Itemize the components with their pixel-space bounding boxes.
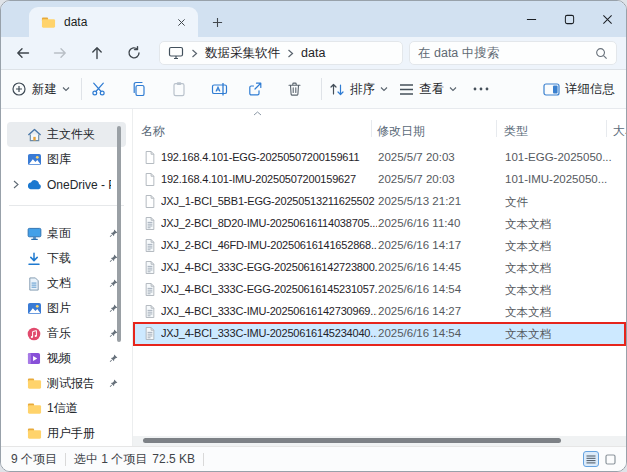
document-icon [25, 277, 43, 291]
sidebar-item-desktop[interactable]: 桌面 [7, 221, 126, 246]
sidebar-item-label: 1信道 [47, 400, 78, 417]
minimize-button[interactable] [512, 1, 550, 37]
sidebar-item-user-manual[interactable]: 用户手册 [7, 421, 126, 446]
file-row[interactable]: JXJ_4-BCI_333C-EGG-20250616142723800....… [134, 257, 625, 279]
search-icon [595, 47, 608, 60]
maximize-button[interactable] [550, 1, 588, 37]
this-pc-icon [168, 46, 184, 60]
scissors-icon [91, 81, 107, 97]
text-file-icon [144, 260, 156, 275]
selection-count: 选中 1 个项目 [74, 451, 147, 468]
file-row[interactable]: JXJ_4-BCI_333C-IMU-20250616142730969....… [134, 301, 625, 323]
delete-button[interactable] [278, 73, 310, 105]
sidebar-item-onedrive[interactable]: OneDrive - Per [7, 172, 126, 197]
sidebar-item-gallery[interactable]: 图库 [7, 147, 126, 172]
file-row[interactable]: JXJ_2-BCI_46FD-IMU-20250616141652868....… [134, 235, 625, 257]
breadcrumb-item-data[interactable]: data [301, 46, 325, 60]
horizontal-scrollbar-thumb[interactable] [143, 438, 561, 443]
icons-view-toggle[interactable] [602, 451, 618, 467]
sidebar-item-music[interactable]: 音乐 [7, 321, 126, 346]
sidebar-item-label: 桌面 [47, 225, 71, 242]
toolbar-divider [321, 78, 322, 100]
text-file-icon [144, 304, 156, 319]
refresh-button[interactable] [121, 40, 147, 66]
status-divider [203, 453, 204, 466]
column-divider[interactable] [606, 120, 607, 137]
column-header-size[interactable]: 大小 [613, 123, 627, 140]
file-row[interactable]: JXJ_4-BCI_333C-EGG-20250616145231057....… [134, 279, 625, 301]
file-row[interactable]: JXJ_1-BCI_5BB1-EGG-20250513211625502 202… [134, 191, 625, 213]
up-button[interactable] [84, 40, 110, 66]
sidebar-item-test-reports[interactable]: 测试报告 [7, 371, 126, 396]
onedrive-cloud-icon [25, 179, 43, 190]
search-box[interactable] [409, 41, 617, 65]
details-view-icon [586, 455, 596, 464]
sidebar-divider [9, 205, 124, 206]
details-pane-button[interactable]: 详细信息 [543, 70, 615, 108]
more-dots-icon [473, 87, 489, 91]
new-tab-button[interactable] [205, 10, 229, 34]
expand-chevron-icon[interactable] [9, 180, 23, 189]
column-header-type[interactable]: 类型 [504, 123, 528, 140]
home-icon [25, 128, 43, 142]
rename-button[interactable] [203, 73, 235, 105]
horizontal-scrollbar[interactable] [133, 436, 626, 446]
sidebar-item-videos[interactable]: 视频 [7, 346, 126, 371]
plus-circle-icon [11, 81, 27, 97]
column-header-name[interactable]: 名称 [141, 123, 165, 140]
search-input[interactable] [418, 46, 595, 60]
sidebar: 主文件夹 图库 OneDrive - Per [1, 109, 132, 446]
sidebar-item-pictures[interactable]: 图片 [7, 296, 126, 321]
view-toggles [583, 451, 618, 467]
folder-icon [25, 402, 43, 415]
list-header: 名称 修改日期 类型 大小 [133, 109, 626, 147]
tab-data[interactable]: data [29, 7, 198, 37]
sidebar-item-documents[interactable]: 文档 [7, 271, 126, 296]
window-controls [512, 1, 626, 37]
sidebar-item-home[interactable]: 主文件夹 [7, 122, 126, 147]
close-button[interactable] [588, 1, 626, 37]
details-panel-icon [543, 82, 560, 97]
copy-icon [131, 81, 147, 97]
address-bar[interactable]: 数据采集软件 data [159, 41, 403, 65]
column-divider[interactable] [371, 120, 372, 137]
details-view-toggle[interactable] [583, 451, 599, 467]
back-button[interactable] [10, 40, 36, 66]
cut-button[interactable] [83, 73, 115, 105]
videos-icon [25, 352, 43, 365]
text-file-icon [144, 216, 156, 231]
sidebar-item-downloads[interactable]: 下载 [7, 246, 126, 271]
share-button[interactable] [239, 73, 271, 105]
command-toolbar: 新建 排序 查看 [1, 69, 626, 109]
toolbar-divider [81, 78, 82, 100]
sidebar-item-1channel[interactable]: 1信道 [7, 396, 126, 421]
breadcrumb-item-app[interactable]: 数据采集软件 [205, 45, 280, 62]
explorer-window: data [0, 0, 627, 472]
view-lines-icon [399, 83, 414, 96]
view-button[interactable]: 查看 [399, 70, 457, 108]
breadcrumb-chevron-icon [191, 49, 198, 58]
new-button[interactable]: 新建 [11, 70, 70, 108]
folder-icon [25, 427, 43, 440]
copy-button[interactable] [123, 73, 155, 105]
tab-title: data [64, 15, 172, 29]
column-header-date[interactable]: 修改日期 [377, 123, 425, 140]
file-row[interactable]: 192.168.4.101-EGG-20250507200159611 2025… [134, 147, 625, 169]
more-options-button[interactable] [465, 73, 497, 105]
tab-close-icon[interactable] [172, 13, 190, 31]
file-row[interactable]: 192.168.4.101-IMU-20250507200159627 2025… [134, 169, 625, 191]
sidebar-scrollbar[interactable] [117, 126, 121, 342]
forward-button[interactable] [47, 40, 73, 66]
pictures-icon [25, 302, 43, 315]
sidebar-item-label: 图库 [47, 151, 71, 168]
column-divider[interactable] [496, 120, 497, 137]
file-list: 名称 修改日期 类型 大小 192.168.4.101-EGG-20250507… [133, 109, 626, 446]
file-row-selected[interactable]: JXJ_4-BCI_333C-IMU-20250616145234040....… [134, 323, 625, 345]
view-label: 查看 [419, 81, 444, 98]
sort-button[interactable]: 排序 [329, 70, 388, 108]
file-row[interactable]: JXJ_2-BCI_8D20-IMU-20250616114038705... … [134, 213, 625, 235]
text-file-icon [144, 326, 156, 341]
paste-button[interactable] [163, 73, 195, 105]
download-icon [25, 252, 43, 266]
pin-icon [109, 379, 118, 388]
